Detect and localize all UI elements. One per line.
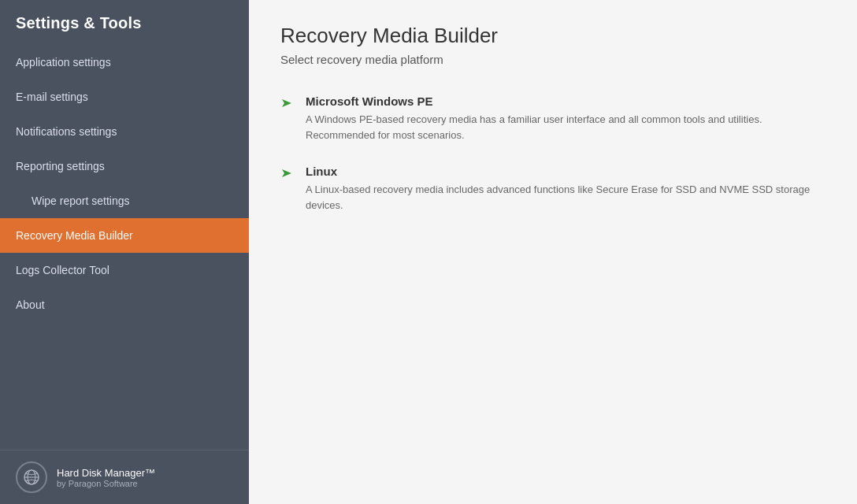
sidebar-footer-text: Hard Disk Manager™ by Paragon Software [57, 467, 155, 488]
options-list: Microsoft Windows PEA Windows PE-based r… [280, 94, 825, 235]
sidebar-item-reporting-settings[interactable]: Reporting settings [0, 149, 249, 183]
sidebar-item-wipe-report-settings[interactable]: Wipe report settings [0, 183, 249, 218]
page-subtitle: Select recovery media platform [280, 53, 825, 66]
sidebar-title: Settings & Tools [0, 0, 249, 45]
option-desc-linux: A Linux-based recovery media includes ad… [306, 182, 825, 213]
option-title-windows-pe: Microsoft Windows PE [306, 94, 825, 108]
option-content-windows-pe: Microsoft Windows PEA Windows PE-based r… [306, 94, 825, 143]
sidebar-item-logs-collector-tool[interactable]: Logs Collector Tool [0, 253, 249, 287]
sidebar: Settings & Tools Application settingsE-m… [0, 0, 249, 504]
option-content-linux: LinuxA Linux-based recovery media includ… [306, 165, 825, 213]
page-title: Recovery Media Builder [280, 24, 825, 48]
sidebar-item-application-settings[interactable]: Application settings [0, 45, 249, 80]
arrow-icon-windows-pe [280, 96, 295, 113]
sidebar-item-recovery-media-builder[interactable]: Recovery Media Builder [0, 218, 249, 253]
main-content: Recovery Media Builder Select recovery m… [249, 0, 857, 504]
arrow-icon-linux [280, 166, 295, 183]
option-desc-windows-pe: A Windows PE-based recovery media has a … [306, 112, 825, 143]
option-windows-pe[interactable]: Microsoft Windows PEA Windows PE-based r… [280, 94, 825, 143]
sidebar-nav: Application settingsE-mail settingsNotif… [0, 45, 249, 322]
app-logo-icon [16, 461, 47, 493]
svg-marker-3 [282, 99, 291, 107]
sidebar-item-email-settings[interactable]: E-mail settings [0, 80, 249, 114]
app-name: Hard Disk Manager™ [57, 467, 155, 479]
option-title-linux: Linux [306, 165, 825, 178]
option-linux[interactable]: LinuxA Linux-based recovery media includ… [280, 165, 825, 213]
sidebar-item-about[interactable]: About [0, 287, 249, 322]
svg-marker-4 [282, 169, 291, 177]
app-sub: by Paragon Software [57, 479, 155, 488]
sidebar-item-notifications-settings[interactable]: Notifications settings [0, 114, 249, 149]
sidebar-footer: Hard Disk Manager™ by Paragon Software [0, 450, 249, 504]
